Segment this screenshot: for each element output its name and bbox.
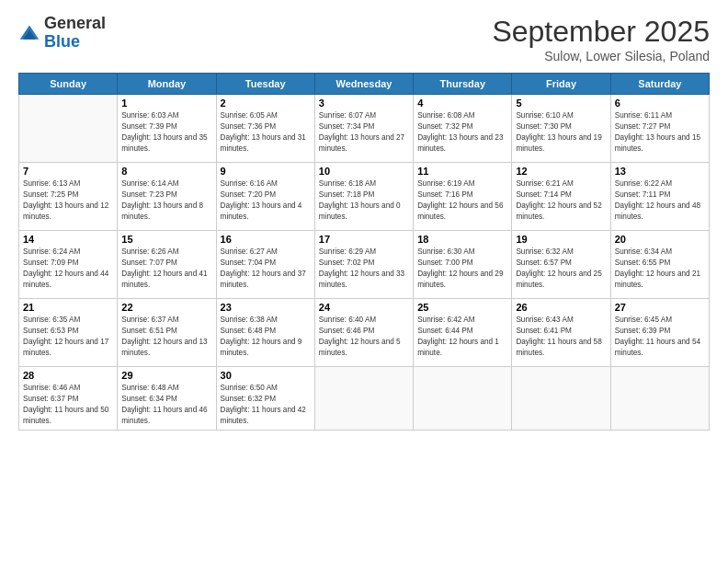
table-row: 13 Sunrise: 6:22 AM Sunset: 7:11 PM Dayl…	[610, 163, 709, 231]
table-row: 6 Sunrise: 6:11 AM Sunset: 7:27 PM Dayli…	[610, 95, 709, 163]
logo: General Blue	[18, 15, 106, 52]
day-info: Sunrise: 6:03 AM Sunset: 7:39 PM Dayligh…	[121, 110, 211, 155]
table-row: 10 Sunrise: 6:18 AM Sunset: 7:18 PM Dayl…	[314, 163, 413, 231]
header: General Blue September 2025 Sulow, Lower…	[18, 15, 710, 63]
calendar: Sunday Monday Tuesday Wednesday Thursday…	[18, 73, 710, 431]
day-info: Sunrise: 6:46 AM Sunset: 6:37 PM Dayligh…	[23, 383, 113, 427]
day-info: Sunrise: 6:05 AM Sunset: 7:36 PM Dayligh…	[221, 110, 311, 155]
day-info: Sunrise: 6:24 AM Sunset: 7:09 PM Dayligh…	[23, 247, 113, 291]
day-number: 25	[417, 302, 507, 313]
day-info: Sunrise: 6:13 AM Sunset: 7:25 PM Dayligh…	[23, 178, 113, 223]
day-info: Sunrise: 6:19 AM Sunset: 7:16 PM Dayligh…	[417, 178, 507, 223]
table-row: 11 Sunrise: 6:19 AM Sunset: 7:16 PM Dayl…	[414, 163, 512, 231]
day-info: Sunrise: 6:30 AM Sunset: 7:00 PM Dayligh…	[417, 247, 507, 291]
day-info: Sunrise: 6:40 AM Sunset: 6:46 PM Dayligh…	[319, 315, 409, 359]
page: General Blue September 2025 Sulow, Lower…	[0, 0, 728, 563]
table-row: 24 Sunrise: 6:40 AM Sunset: 6:46 PM Dayl…	[314, 299, 413, 367]
table-row: 28 Sunrise: 6:46 AM Sunset: 6:37 PM Dayl…	[19, 367, 118, 431]
day-number: 17	[319, 234, 409, 245]
table-row: 4 Sunrise: 6:08 AM Sunset: 7:32 PM Dayli…	[414, 95, 512, 163]
logo-general: General	[44, 14, 106, 32]
day-info: Sunrise: 6:18 AM Sunset: 7:18 PM Dayligh…	[319, 178, 409, 223]
table-row: 3 Sunrise: 6:07 AM Sunset: 7:34 PM Dayli…	[314, 95, 413, 163]
location: Sulow, Lower Silesia, Poland	[492, 49, 710, 63]
weekday-header-row: Sunday Monday Tuesday Wednesday Thursday…	[19, 74, 710, 95]
logo-icon	[18, 22, 40, 44]
day-number: 20	[615, 234, 705, 245]
day-info: Sunrise: 6:34 AM Sunset: 6:55 PM Dayligh…	[615, 247, 705, 291]
day-number: 4	[417, 98, 507, 109]
day-number: 28	[23, 370, 113, 381]
day-info: Sunrise: 6:10 AM Sunset: 7:30 PM Dayligh…	[516, 110, 606, 155]
day-info: Sunrise: 6:43 AM Sunset: 6:41 PM Dayligh…	[516, 315, 606, 359]
table-row: 17 Sunrise: 6:29 AM Sunset: 7:02 PM Dayl…	[314, 231, 413, 299]
table-row: 5 Sunrise: 6:10 AM Sunset: 7:30 PM Dayli…	[512, 95, 610, 163]
day-number: 27	[615, 302, 705, 313]
day-info: Sunrise: 6:08 AM Sunset: 7:32 PM Dayligh…	[417, 110, 507, 155]
table-row: 22 Sunrise: 6:37 AM Sunset: 6:51 PM Dayl…	[118, 299, 216, 367]
table-row: 23 Sunrise: 6:38 AM Sunset: 6:48 PM Dayl…	[216, 299, 314, 367]
table-row: 25 Sunrise: 6:42 AM Sunset: 6:44 PM Dayl…	[414, 299, 512, 367]
table-row: 2 Sunrise: 6:05 AM Sunset: 7:36 PM Dayli…	[216, 95, 314, 163]
table-row: 30 Sunrise: 6:50 AM Sunset: 6:32 PM Dayl…	[216, 367, 314, 431]
table-row: 26 Sunrise: 6:43 AM Sunset: 6:41 PM Dayl…	[512, 299, 610, 367]
logo-blue: Blue	[44, 32, 80, 51]
day-info: Sunrise: 6:16 AM Sunset: 7:20 PM Dayligh…	[221, 178, 311, 223]
day-number: 13	[615, 166, 705, 177]
table-row: 19 Sunrise: 6:32 AM Sunset: 6:57 PM Dayl…	[512, 231, 610, 299]
day-info: Sunrise: 6:27 AM Sunset: 7:04 PM Dayligh…	[221, 247, 311, 291]
table-row: 1 Sunrise: 6:03 AM Sunset: 7:39 PM Dayli…	[118, 95, 216, 163]
day-number: 16	[221, 234, 311, 245]
day-number: 3	[319, 98, 409, 109]
logo-text: General Blue	[44, 15, 106, 52]
day-info: Sunrise: 6:37 AM Sunset: 6:51 PM Dayligh…	[121, 315, 211, 359]
table-row: 16 Sunrise: 6:27 AM Sunset: 7:04 PM Dayl…	[216, 231, 314, 299]
table-row	[19, 95, 118, 163]
day-info: Sunrise: 6:45 AM Sunset: 6:39 PM Dayligh…	[615, 315, 705, 359]
day-info: Sunrise: 6:50 AM Sunset: 6:32 PM Dayligh…	[221, 383, 311, 427]
day-number: 11	[417, 166, 507, 177]
table-row	[414, 367, 512, 431]
table-row: 21 Sunrise: 6:35 AM Sunset: 6:53 PM Dayl…	[19, 299, 118, 367]
day-info: Sunrise: 6:22 AM Sunset: 7:11 PM Dayligh…	[615, 178, 705, 223]
day-number: 5	[516, 98, 606, 109]
day-number: 19	[516, 234, 606, 245]
table-row: 12 Sunrise: 6:21 AM Sunset: 7:14 PM Dayl…	[512, 163, 610, 231]
day-info: Sunrise: 6:35 AM Sunset: 6:53 PM Dayligh…	[23, 315, 113, 359]
day-number: 15	[121, 234, 211, 245]
day-number: 29	[121, 370, 211, 381]
table-row: 27 Sunrise: 6:45 AM Sunset: 6:39 PM Dayl…	[610, 299, 709, 367]
day-info: Sunrise: 6:14 AM Sunset: 7:23 PM Dayligh…	[121, 178, 211, 223]
day-number: 23	[221, 302, 311, 313]
day-number: 7	[23, 166, 113, 177]
day-info: Sunrise: 6:38 AM Sunset: 6:48 PM Dayligh…	[221, 315, 311, 359]
day-info: Sunrise: 6:26 AM Sunset: 7:07 PM Dayligh…	[121, 247, 211, 291]
day-number: 6	[615, 98, 705, 109]
day-info: Sunrise: 6:42 AM Sunset: 6:44 PM Dayligh…	[417, 315, 507, 359]
day-info: Sunrise: 6:48 AM Sunset: 6:34 PM Dayligh…	[121, 383, 211, 427]
header-monday: Monday	[118, 74, 216, 95]
day-number: 12	[516, 166, 606, 177]
day-number: 1	[121, 98, 211, 109]
table-row: 14 Sunrise: 6:24 AM Sunset: 7:09 PM Dayl…	[19, 231, 118, 299]
day-info: Sunrise: 6:32 AM Sunset: 6:57 PM Dayligh…	[516, 247, 606, 291]
table-row: 15 Sunrise: 6:26 AM Sunset: 7:07 PM Dayl…	[118, 231, 216, 299]
month-title: September 2025	[492, 15, 710, 49]
header-thursday: Thursday	[414, 74, 512, 95]
table-row	[512, 367, 610, 431]
day-number: 21	[23, 302, 113, 313]
table-row: 18 Sunrise: 6:30 AM Sunset: 7:00 PM Dayl…	[414, 231, 512, 299]
day-number: 14	[23, 234, 113, 245]
header-sunday: Sunday	[19, 74, 118, 95]
day-info: Sunrise: 6:21 AM Sunset: 7:14 PM Dayligh…	[516, 178, 606, 223]
day-info: Sunrise: 6:29 AM Sunset: 7:02 PM Dayligh…	[319, 247, 409, 291]
table-row: 9 Sunrise: 6:16 AM Sunset: 7:20 PM Dayli…	[216, 163, 314, 231]
table-row: 20 Sunrise: 6:34 AM Sunset: 6:55 PM Dayl…	[610, 231, 709, 299]
title-block: September 2025 Sulow, Lower Silesia, Pol…	[492, 15, 710, 63]
day-number: 9	[221, 166, 311, 177]
day-number: 26	[516, 302, 606, 313]
table-row	[314, 367, 413, 431]
day-info: Sunrise: 6:11 AM Sunset: 7:27 PM Dayligh…	[615, 110, 705, 155]
header-wednesday: Wednesday	[314, 74, 413, 95]
day-number: 8	[121, 166, 211, 177]
